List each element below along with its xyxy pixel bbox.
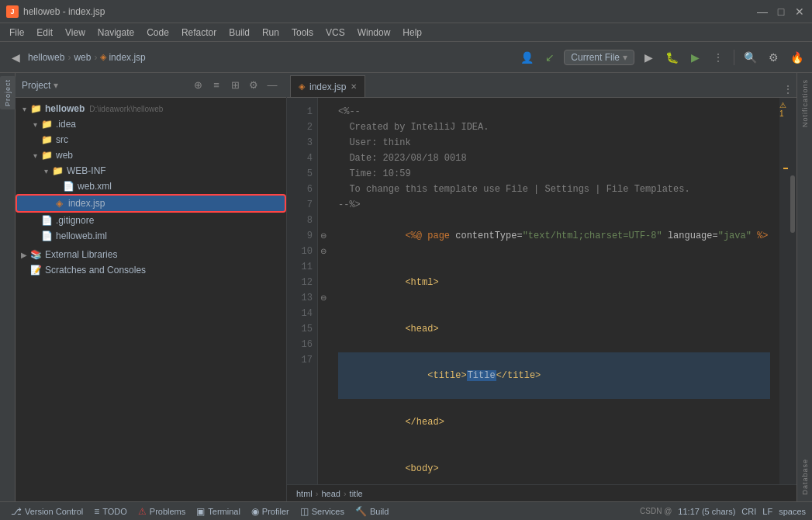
- warning-indicator[interactable]: ⚠ 1: [779, 101, 787, 118]
- breadcrumb-arrow1: ›: [316, 489, 319, 498]
- tree-item-iml[interactable]: ▶ 📄 helloweb.iml: [16, 228, 286, 244]
- tab-more-button[interactable]: ⋮: [783, 83, 793, 95]
- breadcrumb-file[interactable]: ◈ index.jsp: [100, 52, 145, 63]
- expand-button[interactable]: ⊞: [227, 78, 243, 93]
- version-control-status[interactable]: ⎇ Version Control: [6, 502, 88, 521]
- panel-settings-button[interactable]: ⚙: [246, 78, 261, 93]
- breadcrumb: helloweb › web › ◈ index.jsp: [28, 52, 146, 63]
- close-button[interactable]: ✕: [793, 5, 806, 18]
- breadcrumb-web[interactable]: web: [74, 52, 91, 63]
- tree-item-indexjsp[interactable]: ▶ ◈ index.jsp: [16, 194, 286, 213]
- fold-gutter: ⊖ ⊖ ⊖: [318, 98, 329, 484]
- vcs-update-button[interactable]: ↙: [541, 48, 559, 67]
- minimize-button[interactable]: —: [756, 5, 769, 18]
- collapse-all-button[interactable]: ≡: [209, 78, 224, 93]
- tree-path-helloweb: D:\ideawork\helloweb: [89, 105, 163, 113]
- tree-item-src[interactable]: ▶ 📁 src: [16, 132, 286, 147]
- todo-status[interactable]: ≡ TODO: [89, 502, 132, 521]
- file-tree: ▾ 📁 helloweb D:\ideawork\helloweb ▾ 📁 .i…: [16, 98, 286, 501]
- fold-body[interactable]: ⊖: [318, 290, 329, 306]
- line-sep-indicator[interactable]: LF: [762, 507, 772, 516]
- code-line-1: <%--: [338, 104, 770, 120]
- problems-label: Problems: [150, 507, 185, 516]
- tree-item-helloweb[interactable]: ▾ 📁 helloweb D:\ideawork\helloweb: [16, 101, 286, 116]
- services-status[interactable]: ◫ Services: [295, 502, 349, 521]
- tree-item-webxml[interactable]: ▶ 📄 web.xml: [16, 179, 286, 194]
- code-jsp-close: %>: [752, 231, 769, 241]
- menu-refactor[interactable]: Refactor: [175, 23, 223, 42]
- menu-window[interactable]: Window: [351, 23, 397, 42]
- menu-code[interactable]: Code: [140, 23, 175, 42]
- menu-view[interactable]: View: [59, 23, 92, 42]
- line-numbers: 1 2 3 4 5 6 7 8 9 10 11 12 13 14 15 16 1: [287, 98, 318, 484]
- code-attr-val1: "text/html;charset=UTF-8": [523, 231, 662, 241]
- arrow-webinf: ▾: [40, 167, 51, 175]
- panel-close-button[interactable]: —: [264, 78, 280, 93]
- code-attr-val2: "java": [718, 231, 752, 241]
- coverage-button[interactable]: ▶: [686, 48, 704, 67]
- tab-indexjsp[interactable]: ◈ index.jsp ✕: [290, 75, 365, 97]
- menu-vcs[interactable]: VCS: [320, 23, 351, 42]
- settings-button[interactable]: ⚙: [764, 48, 783, 67]
- position-indicator[interactable]: 11:17 (5 chars): [678, 507, 735, 516]
- breadcrumb-html[interactable]: html: [296, 489, 313, 498]
- build-status[interactable]: 🔨 Build: [351, 502, 393, 521]
- project-tab-button[interactable]: Project: [0, 76, 16, 109]
- menu-build[interactable]: Build: [223, 23, 256, 42]
- tree-item-idea[interactable]: ▾ 📁 .idea: [16, 116, 286, 132]
- notifications-sidebar-label[interactable]: Notifications: [801, 76, 809, 130]
- user-icon[interactable]: 👤: [517, 48, 536, 67]
- flame-icon: 🔥: [787, 48, 806, 67]
- database-sidebar-label[interactable]: Database: [801, 456, 809, 498]
- line-num-6: 6: [292, 182, 313, 197]
- add-item-button[interactable]: ⊕: [190, 78, 206, 93]
- tab-close-button[interactable]: ✕: [351, 82, 357, 91]
- problems-status[interactable]: ⚠ Problems: [133, 502, 190, 521]
- arrow-scratches: ▶: [19, 266, 29, 275]
- spaces-indicator[interactable]: spaces: [779, 507, 806, 516]
- breadcrumb-sep1: ›: [67, 52, 71, 63]
- project-dropdown-icon[interactable]: ▾: [54, 80, 58, 91]
- run-button[interactable]: ▶: [639, 48, 658, 67]
- editor-breadcrumb: html › head › title: [287, 484, 796, 501]
- debug-button[interactable]: 🐛: [662, 48, 681, 67]
- run-config-button[interactable]: Current File ▾: [564, 50, 634, 65]
- line-num-1: 1: [292, 104, 313, 120]
- tree-item-webinf[interactable]: ▾ 📁 WEB-INF: [16, 163, 286, 179]
- toolbar: ◀ helloweb › web › ◈ index.jsp 👤 ↙ Curre…: [0, 42, 812, 73]
- back-button[interactable]: ◀: [6, 48, 25, 67]
- fold-html[interactable]: ⊖: [318, 228, 329, 244]
- tab-label: index.jsp: [309, 81, 346, 92]
- breadcrumb-project[interactable]: helloweb: [28, 52, 64, 63]
- menu-help[interactable]: Help: [396, 23, 428, 42]
- code-editor[interactable]: <%-- Created by IntelliJ IDEA. User: thi…: [329, 98, 779, 484]
- tree-item-gitignore[interactable]: ▶ 📄 .gitignore: [16, 213, 286, 228]
- maximize-button[interactable]: □: [775, 5, 787, 18]
- terminal-status[interactable]: ▣ Terminal: [192, 502, 245, 521]
- menu-run[interactable]: Run: [256, 23, 285, 42]
- code-title-content: Title: [467, 370, 496, 381]
- encoding-indicator[interactable]: CRI: [741, 507, 756, 516]
- arrow-web: ▾: [29, 151, 40, 160]
- menu-file[interactable]: File: [3, 23, 30, 42]
- profiler-status[interactable]: ◉ Profiler: [247, 502, 294, 521]
- app-icon: J: [6, 5, 19, 18]
- arrow-extlibs: ▶: [19, 251, 29, 259]
- tree-item-scratches[interactable]: ▶ 📝 Scratches and Consoles: [16, 262, 286, 278]
- scroll-thumb[interactable]: [790, 175, 795, 234]
- tree-item-extlibs[interactable]: ▶ 📚 External Libraries: [16, 247, 286, 262]
- menu-tools[interactable]: Tools: [285, 23, 320, 42]
- editor-scrollbar[interactable]: [789, 98, 796, 484]
- tree-item-web[interactable]: ▾ 📁 web: [16, 147, 286, 163]
- profiler-label: Profiler: [262, 507, 289, 516]
- search-button[interactable]: 🔍: [741, 48, 759, 67]
- line-num-9: 9: [292, 228, 313, 244]
- menu-edit[interactable]: Edit: [30, 23, 59, 42]
- code-tag-head-open: <head>: [405, 324, 438, 335]
- menu-navigate[interactable]: Navigate: [92, 23, 140, 42]
- more-run-button[interactable]: ⋮: [709, 48, 727, 67]
- breadcrumb-head[interactable]: head: [321, 489, 340, 498]
- breadcrumb-title[interactable]: title: [350, 489, 363, 498]
- fold-head[interactable]: ⊖: [318, 244, 329, 259]
- app-container: J helloweb - index.jsp — □ ✕ File Edit V…: [0, 0, 812, 520]
